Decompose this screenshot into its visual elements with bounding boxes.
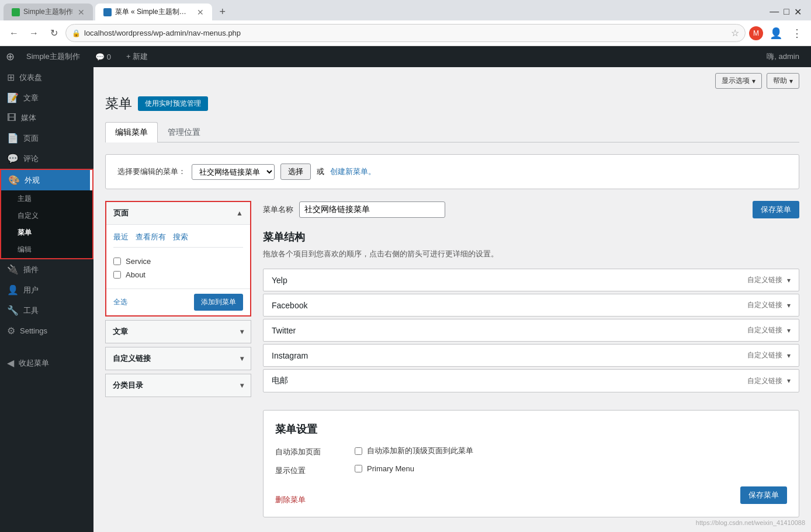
or-text: 或 xyxy=(317,166,324,177)
display-options-button[interactable]: 显示选项 ▾ xyxy=(715,73,762,89)
sidebar-label-plugins: 插件 xyxy=(23,265,39,275)
comments-icon: 💬 xyxy=(95,53,105,61)
forward-button[interactable]: → xyxy=(26,25,42,41)
close-button[interactable]: ✕ xyxy=(794,6,802,18)
chevron-instagram: ▾ xyxy=(787,352,791,360)
sidebar-item-pages[interactable]: 📄 页面 xyxy=(0,128,93,148)
submenu-menus[interactable]: 菜单 xyxy=(1,224,92,241)
admin-bar-user[interactable]: 嗨, admin xyxy=(761,51,805,62)
profile-icon[interactable]: M xyxy=(749,26,763,40)
sidebar-item-collapse[interactable]: ◀ 收起菜单 xyxy=(0,353,93,373)
accordion-pages: 页面 ▲ 最近 查看所有 搜索 Service xyxy=(105,201,251,317)
add-to-menu-button[interactable]: 添加到菜单 xyxy=(194,294,243,311)
refresh-button[interactable]: ↻ xyxy=(46,25,62,41)
display-location-value: Primary Menu xyxy=(355,464,414,473)
browser-tab-2[interactable]: 菜单 « Simple主题制作 — Word... ✕ xyxy=(95,4,212,20)
sidebar-item-appearance[interactable]: 🎨 外观 xyxy=(1,170,92,190)
accordion-categories-header[interactable]: 分类目录 ▾ xyxy=(106,374,251,397)
menu-selector-row: 选择要编辑的菜单： 社交网络链接菜单 选择 或 创建新菜单。 xyxy=(105,154,799,189)
accordion-panel: 页面 ▲ 最近 查看所有 搜索 Service xyxy=(105,201,251,517)
menu-settings-title: 菜单设置 xyxy=(275,422,787,436)
admin-bar-new[interactable]: + 新建 xyxy=(120,46,154,67)
menu-structure-panel: 菜单名称 保存菜单 菜单结构 拖放各个项目到您喜欢的顺序，点击右侧的箭头可进行更… xyxy=(263,201,799,517)
page-checkbox-about[interactable] xyxy=(113,271,121,279)
accordion-pages-header[interactable]: 页面 ▲ xyxy=(106,202,250,224)
sidebar-item-media[interactable]: 🎞 媒体 xyxy=(0,108,93,128)
accordion-posts-header[interactable]: 文章 ▾ xyxy=(106,321,251,343)
tab-close-1[interactable]: ✕ xyxy=(78,8,85,17)
auto-add-label: 自动添加页面 xyxy=(275,446,345,457)
submenu-customize[interactable]: 自定义 xyxy=(1,207,92,224)
sidebar-label-users: 用户 xyxy=(23,285,39,295)
accordion-pages-footer: 全选 添加到菜单 xyxy=(106,288,250,315)
bookmark-icon[interactable]: ☆ xyxy=(731,27,739,39)
back-button[interactable]: ← xyxy=(6,25,22,41)
tab-favicon-2 xyxy=(103,8,112,16)
accordion-tab-search[interactable]: 搜索 xyxy=(173,232,188,242)
wp-logo[interactable]: ⊕ xyxy=(6,50,15,63)
submenu-themes[interactable]: 主题 xyxy=(1,190,92,207)
admin-bar-site-name[interactable]: Simple主题制作 xyxy=(20,46,86,67)
sidebar-item-dashboard[interactable]: ⊞ 仪表盘 xyxy=(0,67,93,88)
sidebar-label-media: 媒体 xyxy=(21,113,36,123)
sidebar-item-settings[interactable]: ⚙ Settings xyxy=(0,321,93,341)
save-menu-button-bottom[interactable]: 保存菜单 xyxy=(740,486,787,504)
collapse-icon: ◀ xyxy=(7,357,14,368)
tab-manage-locations[interactable]: 管理位置 xyxy=(158,122,210,142)
menu-structure-desc: 拖放各个项目到您喜欢的顺序，点击右侧的箭头可进行更详细的设置。 xyxy=(263,249,799,259)
menu-icon[interactable]: ⋮ xyxy=(789,25,805,41)
browser-tab-1[interactable]: Simple主题制作 ✕ xyxy=(4,4,93,20)
submenu-editor[interactable]: 编辑 xyxy=(1,241,92,258)
auto-add-checkbox[interactable] xyxy=(355,447,362,455)
chevron-yelp: ▾ xyxy=(787,276,791,284)
sidebar-appearance-group: 🎨 外观 主题 自定义 菜单 编辑 xyxy=(0,169,93,259)
primary-menu-checkbox[interactable] xyxy=(355,465,362,472)
page-title: 菜单 使用实时预览管理 xyxy=(105,95,799,113)
chevron-twitter: ▾ xyxy=(787,326,791,335)
sidebar-item-users[interactable]: 👤 用户 xyxy=(0,280,93,300)
sidebar-label-pages: 页面 xyxy=(23,133,39,144)
address-bar[interactable]: 🔒 localhost/wordpress/wp-admin/nav-menus… xyxy=(65,24,746,42)
admin-bar-comments[interactable]: 💬 0 xyxy=(89,46,117,67)
menu-dropdown[interactable]: 社交网络链接菜单 xyxy=(192,164,275,180)
wp-main: 显示选项 ▾ 帮助 ▾ 菜单 使用实时预览管理 编辑菜单 管理位置 xyxy=(93,67,811,532)
preview-manage-button[interactable]: 使用实时预览管理 xyxy=(138,96,208,111)
admin-bar-right: 嗨, admin xyxy=(761,51,805,62)
accordion-pages-body: 最近 查看所有 搜索 Service About xyxy=(106,224,250,288)
menu-item-instagram: Instagram 自定义链接 ▾ xyxy=(263,344,799,367)
tab-edit-menu[interactable]: 编辑菜单 xyxy=(105,122,158,142)
sidebar-item-posts[interactable]: 📝 文章 xyxy=(0,88,93,108)
page-item-about: About xyxy=(113,268,243,281)
menu-settings-section: 菜单设置 自动添加页面 自动添加新的顶级页面到此菜单 显示位置 xyxy=(263,410,799,517)
page-tabs: 编辑菜单 管理位置 xyxy=(105,122,799,142)
display-location-label: 显示位置 xyxy=(275,464,345,476)
accordion-custom-links-header[interactable]: 自定义链接 ▾ xyxy=(106,347,251,370)
wp-sidebar: ⊞ 仪表盘 📝 文章 🎞 媒体 📄 页面 💬 评论 🎨 外观 xyxy=(0,67,93,532)
save-menu-button-top[interactable]: 保存菜单 xyxy=(753,201,799,218)
browser-toolbar: ← → ↻ 🔒 localhost/wordpress/wp-admin/nav… xyxy=(0,20,811,46)
appearance-icon: 🎨 xyxy=(8,175,20,186)
user-account-icon[interactable]: 👤 xyxy=(768,25,784,41)
menu-item-yelp: Yelp 自定义链接 ▾ xyxy=(263,269,799,291)
sidebar-item-tools[interactable]: 🔧 工具 xyxy=(0,300,93,321)
sidebar-label-appearance: 外观 xyxy=(25,175,40,186)
select-all-link[interactable]: 全选 xyxy=(113,297,127,307)
delete-menu-link[interactable]: 删除菜单 xyxy=(275,495,306,505)
accordion-tabs: 最近 查看所有 搜索 xyxy=(113,232,243,248)
page-checkbox-service[interactable] xyxy=(113,258,121,265)
tab-title-2: 菜单 « Simple主题制作 — Word... xyxy=(115,7,192,17)
tab-close-2[interactable]: ✕ xyxy=(197,8,204,17)
help-button[interactable]: 帮助 ▾ xyxy=(767,73,799,89)
chevron-up-icon: ▲ xyxy=(236,209,243,217)
minimize-button[interactable]: — xyxy=(770,6,779,18)
accordion-tab-recent[interactable]: 最近 xyxy=(113,232,129,242)
sidebar-item-plugins[interactable]: 🔌 插件 xyxy=(0,259,93,280)
create-new-menu-link[interactable]: 创建新菜单。 xyxy=(330,166,376,177)
new-tab-button[interactable]: + xyxy=(214,4,231,20)
menu-name-input[interactable] xyxy=(299,201,445,218)
sidebar-item-comments[interactable]: 💬 评论 xyxy=(0,148,93,169)
accordion-tab-all[interactable]: 查看所有 xyxy=(136,232,166,242)
maximize-button[interactable]: □ xyxy=(784,6,789,18)
select-menu-button[interactable]: 选择 xyxy=(280,164,311,180)
menu-items-list: Yelp 自定义链接 ▾ Facebook 自定义链接 ▾ xyxy=(263,269,799,392)
